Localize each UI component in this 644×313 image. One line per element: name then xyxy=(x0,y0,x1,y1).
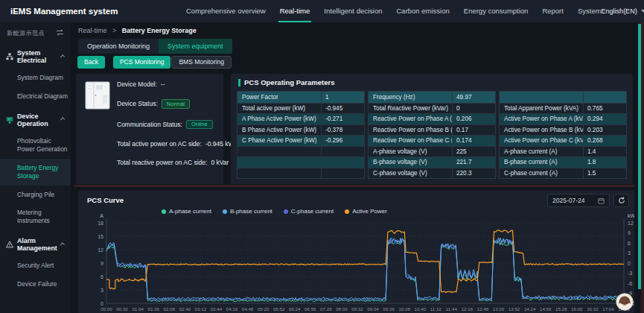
tab-operation-monitoring[interactable]: Operation Monitoring xyxy=(78,39,159,54)
param-value xyxy=(321,168,364,179)
param-label: C-phase current (A) xyxy=(500,170,583,177)
param-value: -0.945 xyxy=(321,104,364,114)
main-content: Real-time > Battery Energy Storage Opera… xyxy=(71,22,644,313)
svg-text:15: 15 xyxy=(98,234,103,239)
param-value: 1.5 xyxy=(583,168,626,179)
refresh-button[interactable] xyxy=(613,194,629,207)
param-row xyxy=(237,146,364,157)
sidebar-item-charging-pile[interactable]: Charging Pile xyxy=(0,186,71,204)
tab-system-equipment[interactable]: System equipment xyxy=(159,39,232,54)
device-icon xyxy=(6,116,13,124)
nav-item-real-time[interactable]: Real-time xyxy=(280,0,310,22)
back-button[interactable]: Back xyxy=(77,56,105,69)
param-value: 221.7 xyxy=(452,157,495,168)
panel-divider xyxy=(74,185,634,187)
svg-text:A: A xyxy=(100,213,103,218)
sidebar-item-security-alert[interactable]: Security Alert xyxy=(0,256,71,275)
nav-item-carbon-emission[interactable]: Carbon emission xyxy=(397,0,450,22)
param-value: 0.174 xyxy=(452,136,495,146)
param-value: -0.378 xyxy=(321,125,364,136)
param-label: Reactive Power on Phase A (kVar) xyxy=(369,116,452,122)
device-image xyxy=(85,81,110,113)
device-status-badge: Normal xyxy=(162,99,190,109)
swap-site-icon[interactable] xyxy=(56,29,64,37)
pcs-monitoring-button[interactable]: PCS Monitoring xyxy=(113,56,171,69)
param-value xyxy=(321,147,364,157)
param-row xyxy=(237,168,364,179)
legend-item-active-power[interactable]: Active Power xyxy=(345,208,387,215)
sidebar-group-alarm-management[interactable]: Alarm Management xyxy=(0,230,71,256)
scrollbar[interactable] xyxy=(638,24,641,289)
pcs-curve-panel: PCS Curve 2025-07-24 A-phase currentB-ph… xyxy=(78,190,634,313)
param-label: C-phase voltage (V) xyxy=(369,170,452,177)
param-row xyxy=(500,92,626,103)
language-selector[interactable]: English(EN) xyxy=(602,7,644,15)
params-table-3: Total Apparent Power (kVA)0.765Active Po… xyxy=(499,91,627,179)
communication-status-badge: Online xyxy=(186,120,213,130)
param-label: C Phase Active Power (kW) xyxy=(237,137,321,144)
date-value: 2025-07-24 xyxy=(552,197,593,204)
svg-text:10:40: 10:40 xyxy=(414,306,426,312)
sidebar-item-photovoltaic-power-generation[interactable]: Photovoltaic Power Generation xyxy=(0,132,71,159)
breadcrumb-parent[interactable]: Real-time xyxy=(78,27,107,34)
param-value xyxy=(321,157,364,168)
series-c-phase-current xyxy=(106,238,624,301)
svg-text:06:24: 06:24 xyxy=(289,306,301,312)
sidebar-group-device-operation[interactable]: Device Operation xyxy=(0,106,71,132)
sidebar-item-metering-instruments[interactable]: Metering Instruments xyxy=(0,203,71,230)
pcs-parameters-title: PCS Operating Parameters xyxy=(238,78,334,86)
svg-text:08:32: 08:32 xyxy=(351,306,363,312)
param-value: 49.97 xyxy=(452,92,495,103)
param-label: Active Power on Phase C (kVA) xyxy=(500,137,583,144)
svg-text:3: 3 xyxy=(101,288,103,293)
param-value: -0.271 xyxy=(321,114,364,124)
sidebar-group-system-electrical[interactable]: System Electrical xyxy=(0,42,71,69)
nav-item-comprehensive-overview[interactable]: Comprehensive overview xyxy=(186,0,266,22)
legend-item-c-phase-current[interactable]: C-phase current xyxy=(284,208,334,215)
svg-text:05:52: 05:52 xyxy=(273,306,285,312)
param-row: Reactive Power on Phase A (kVar)0.206 xyxy=(369,113,495,124)
svg-text:02:40: 02:40 xyxy=(179,306,191,312)
param-row: C-phase current (A)1.5 xyxy=(500,168,626,179)
sidebar: 新能源示范点 System ElectricalSystem DiagramEl… xyxy=(0,22,71,313)
svg-text:0: 0 xyxy=(101,301,103,306)
svg-text:9: 9 xyxy=(101,261,103,266)
svg-text:0: 0 xyxy=(628,261,631,266)
toolbar: Back PCS MonitoringBMS Monitoring xyxy=(77,56,232,69)
param-value: 220.3 xyxy=(452,168,495,179)
assistant-avatar[interactable] xyxy=(616,293,634,311)
sidebar-item-electrical-diagram[interactable]: Electrical Diagram xyxy=(0,87,71,106)
param-row: A Phase Active Power (kW)-0.271 xyxy=(237,113,364,124)
nav-item-system[interactable]: System xyxy=(578,0,602,22)
sidebar-header: 新能源示范点 xyxy=(0,22,71,42)
window-edge xyxy=(641,22,644,313)
svg-text:11:44: 11:44 xyxy=(446,306,458,312)
bms-monitoring-button[interactable]: BMS Monitoring xyxy=(171,56,231,69)
param-label: A-phase current (A) xyxy=(500,148,583,155)
legend-item-b-phase-current[interactable]: B-phase current xyxy=(223,208,272,215)
svg-text:02:08: 02:08 xyxy=(164,306,176,312)
param-label: Total Reactive Power (kVar) xyxy=(369,105,452,112)
svg-text:01:36: 01:36 xyxy=(147,306,159,312)
legend-label: Active Power xyxy=(352,208,387,215)
sidebar-menu: System ElectricalSystem DiagramElectrica… xyxy=(0,42,71,294)
param-label: B-phase voltage (V) xyxy=(369,159,452,165)
sidebar-item-device-failure[interactable]: Device Failure xyxy=(0,275,71,294)
param-label: Power Factor xyxy=(237,94,321,101)
svg-text:9: 9 xyxy=(628,230,631,235)
legend-item-a-phase-current[interactable]: A-phase current xyxy=(162,208,211,215)
param-row: A-phase current (A)1.4 xyxy=(500,146,626,157)
svg-text:03:44: 03:44 xyxy=(211,306,223,312)
sidebar-item-battery-energy-storage[interactable]: Battery Energy Storage xyxy=(0,159,71,186)
nav-item-report[interactable]: Report xyxy=(542,0,564,22)
params-table-1: Power Factor1Total active power (kW)-0.9… xyxy=(237,91,365,179)
sidebar-item-system-diagram[interactable]: System Diagram xyxy=(0,69,71,87)
breadcrumb: Real-time > Battery Energy Storage xyxy=(78,27,197,34)
legend-dot xyxy=(162,209,166,214)
device-model-value: -- xyxy=(161,80,165,88)
svg-text:15:28: 15:28 xyxy=(555,306,567,312)
device-model-label: Device Model: xyxy=(117,80,157,88)
nav-item-intelligent-decision[interactable]: Intelligent decision xyxy=(324,0,382,22)
nav-item-energy-consumption[interactable]: Energy consumption xyxy=(464,0,529,22)
date-picker[interactable]: 2025-07-24 xyxy=(547,194,610,207)
